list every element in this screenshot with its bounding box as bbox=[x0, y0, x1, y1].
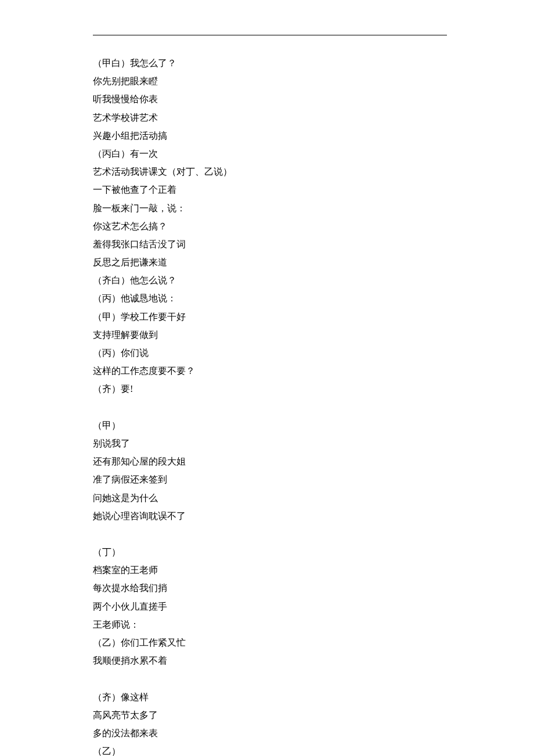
script-line: 她说心理咨询耽误不了 bbox=[93, 507, 447, 525]
script-line: 别说我了 bbox=[93, 434, 447, 452]
document-page: （甲白）我怎么了？你先别把眼来瞪听我慢慢给你表艺术学校讲艺术兴趣小组把活动搞（丙… bbox=[0, 0, 534, 756]
script-line: （乙） bbox=[93, 742, 447, 756]
script-line: 两个小伙儿直搓手 bbox=[93, 597, 447, 615]
blank-line bbox=[93, 669, 447, 687]
script-line: 艺术学校讲艺术 bbox=[93, 109, 447, 127]
script-line: 羞得我张口结舌没了词 bbox=[93, 235, 447, 253]
top-rule bbox=[93, 35, 447, 35]
script-line: 我顺便捎水累不着 bbox=[93, 651, 447, 669]
script-line: 艺术活动我讲课文（对丁、乙说） bbox=[93, 163, 447, 181]
document-body: （甲白）我怎么了？你先别把眼来瞪听我慢慢给你表艺术学校讲艺术兴趣小组把活动搞（丙… bbox=[93, 54, 447, 756]
script-line: 每次提水给我们捎 bbox=[93, 579, 447, 597]
script-line: 听我慢慢给你表 bbox=[93, 90, 447, 108]
script-line: 一下被他查了个正着 bbox=[93, 181, 447, 199]
script-line: 档案室的王老师 bbox=[93, 561, 447, 579]
script-line: （甲） bbox=[93, 416, 447, 434]
script-line: 准了病假还来签到 bbox=[93, 470, 447, 488]
script-line: （丁） bbox=[93, 543, 447, 561]
script-line: 支持理解要做到 bbox=[93, 326, 447, 344]
script-line: 王老师说： bbox=[93, 615, 447, 633]
script-line: 你先别把眼来瞪 bbox=[93, 72, 447, 90]
script-line: 高风亮节太多了 bbox=[93, 706, 447, 724]
script-line: 反思之后把谦来道 bbox=[93, 253, 447, 271]
blank-line bbox=[93, 398, 447, 416]
script-line: 脸一板来门一敲，说： bbox=[93, 199, 447, 217]
script-line: （丙）你们说 bbox=[93, 344, 447, 362]
script-line: （丙）他诚恳地说： bbox=[93, 289, 447, 307]
script-line: （丙白）有一次 bbox=[93, 145, 447, 163]
script-line: 兴趣小组把活动搞 bbox=[93, 127, 447, 145]
script-line: （甲白）我怎么了？ bbox=[93, 54, 447, 72]
script-line: （甲）学校工作要干好 bbox=[93, 308, 447, 326]
script-line: 这样的工作态度要不要？ bbox=[93, 362, 447, 380]
script-line: 你这艺术怎么搞？ bbox=[93, 217, 447, 235]
script-line: 多的没法都来表 bbox=[93, 724, 447, 742]
script-line: （齐白）他怎么说？ bbox=[93, 271, 447, 289]
script-line: （齐）要! bbox=[93, 380, 447, 398]
script-line: （乙）你们工作紧又忙 bbox=[93, 633, 447, 651]
script-line: 还有那知心屋的段大姐 bbox=[93, 452, 447, 470]
blank-line bbox=[93, 525, 447, 543]
script-line: 问她这是为什么 bbox=[93, 489, 447, 507]
script-line: （齐）像这样 bbox=[93, 688, 447, 706]
